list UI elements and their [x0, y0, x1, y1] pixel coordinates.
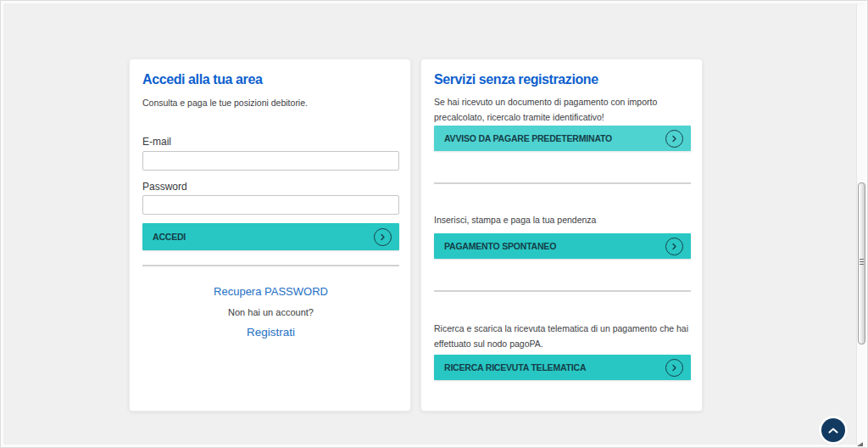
- recover-password-link[interactable]: Recupera PASSWORD: [130, 285, 412, 298]
- vertical-scrollbar-thumb[interactable]: [858, 182, 865, 344]
- arrow-right-circle-icon: [665, 238, 683, 255]
- avviso-predeterminato-button[interactable]: AVVISO DA PAGARE PREDETERMINATO: [434, 126, 691, 151]
- login-card: Accedi alla tua area Consulta e paga le …: [129, 59, 411, 412]
- button-label: PAGAMENTO SPONTANEO: [444, 241, 556, 251]
- password-label: Password: [142, 181, 187, 193]
- page: Accedi alla tua area Consulta e paga le …: [0, 0, 868, 448]
- login-divider: [142, 265, 399, 266]
- login-title: Accedi alla tua area: [142, 72, 401, 87]
- arrow-right-circle-icon: [374, 228, 392, 246]
- arrow-right-circle-icon: [665, 130, 683, 148]
- arrow-right-circle-icon: [665, 359, 683, 377]
- no-account-text: Non hai un account?: [130, 307, 412, 317]
- login-submit-button[interactable]: ACCEDI: [142, 223, 399, 250]
- services-divider: [434, 290, 691, 292]
- service-description: Inserisci, stampa e paga la tua pendenza: [434, 213, 691, 228]
- chevron-up-icon: [827, 427, 839, 434]
- button-label: RICERCA RICEVUTA TELEMATICA: [444, 362, 586, 372]
- scrollbar-grip-icon: [860, 259, 864, 266]
- ricerca-ricevuta-button[interactable]: RICERCA RICEVUTA TELEMATICA: [434, 355, 691, 380]
- service-description: Ricerca e scarica la ricevuta telematica…: [434, 322, 691, 352]
- service-description: Se hai ricevuto un documento di pagament…: [434, 95, 691, 126]
- button-label: AVVISO DA PAGARE PREDETERMINATO: [444, 133, 612, 143]
- vertical-scrollbar-track[interactable]: [856, 4, 865, 444]
- services-card: Servizi senza registrazione Se hai ricev…: [420, 59, 703, 412]
- pagamento-spontaneo-button[interactable]: PAGAMENTO SPONTANEO: [434, 233, 691, 259]
- email-input[interactable]: [142, 151, 399, 171]
- services-title: Servizi senza registrazione: [434, 72, 693, 87]
- scroll-to-top-button[interactable]: [821, 418, 845, 442]
- login-submit-label: ACCEDI: [153, 232, 186, 242]
- cards-row: Accedi alla tua area Consulta e paga le …: [129, 59, 703, 412]
- password-input[interactable]: [142, 195, 399, 215]
- email-label: E-mail: [142, 136, 171, 148]
- register-link[interactable]: Registrati: [130, 326, 412, 339]
- services-divider: [434, 182, 691, 184]
- login-subtitle: Consulta e paga le tue posizioni debitor…: [142, 96, 399, 111]
